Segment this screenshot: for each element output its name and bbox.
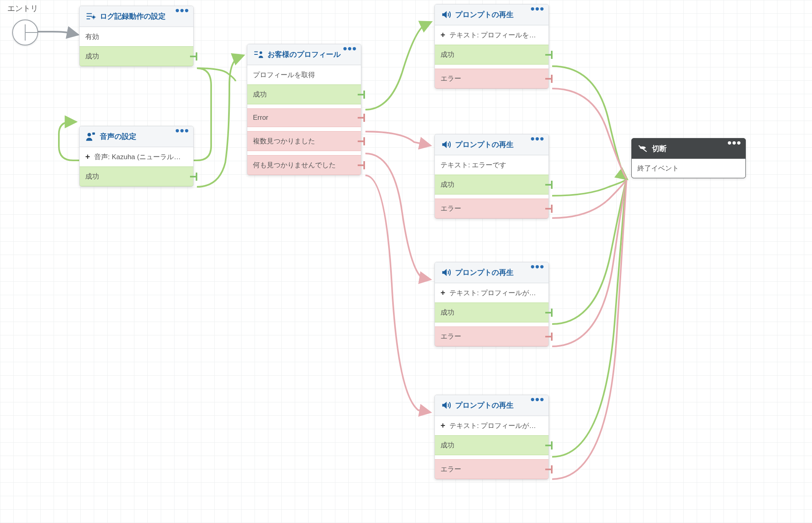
param-row: テキスト: プロフィールが… (435, 283, 549, 303)
profile-list-icon (253, 49, 263, 60)
entry-label: エントリ (7, 3, 38, 14)
block-disconnect[interactable]: ••• 切断 終了イベント (631, 138, 746, 178)
entry-node[interactable] (12, 19, 38, 45)
block-profile[interactable]: ••• お客様のプロフィール プロフィールを取得 成功 Error 複数見つかり… (247, 44, 361, 175)
svg-point-3 (259, 51, 262, 54)
speaker-icon (441, 400, 451, 411)
svg-rect-2 (92, 132, 95, 134)
param-row: 有効 (80, 27, 193, 46)
block-prompt-3[interactable]: ••• プロンプトの再生 テキスト: プロフィールが… 成功 エラー (434, 262, 549, 347)
outcome-success[interactable]: 成功 (80, 46, 193, 66)
outcome-success[interactable]: 成功 (435, 303, 549, 322)
param-row: テキスト: プロフィールが… (435, 416, 549, 435)
block-title: プロンプトの再生 (455, 400, 543, 410)
more-icon[interactable]: ••• (530, 398, 544, 402)
more-icon[interactable]: ••• (343, 47, 357, 51)
more-icon[interactable]: ••• (175, 9, 189, 13)
settings-list-icon (85, 11, 96, 22)
param-row: プロフィールを取得 (247, 65, 361, 84)
block-title: プロンプトの再生 (455, 140, 543, 149)
block-prompt-4[interactable]: ••• プロンプトの再生 テキスト: プロフィールが… 成功 エラー (434, 395, 549, 480)
outcome-success[interactable]: 成功 (435, 45, 549, 65)
block-voice[interactable]: ••• 音声の設定 音声: Kazuha (ニューラル… 成功 (79, 126, 194, 187)
block-title: 音声の設定 (100, 132, 188, 141)
more-icon[interactable]: ••• (175, 129, 189, 133)
outcome-error[interactable]: エラー (435, 199, 549, 218)
param-row: テキスト: エラーです (435, 155, 549, 175)
speaker-icon (441, 139, 451, 150)
svg-point-0 (92, 16, 95, 18)
outcome-error[interactable]: エラー (435, 69, 549, 89)
outcome-error[interactable]: Error (247, 108, 361, 127)
block-title: ログ記録動作の設定 (100, 11, 188, 21)
outcome-multiple[interactable]: 複数見つかりました (247, 131, 361, 151)
more-icon[interactable]: ••• (530, 265, 544, 269)
more-icon[interactable]: ••• (530, 137, 544, 141)
voice-person-icon (85, 131, 96, 142)
outcome-none[interactable]: 何も見つかりませんでした (247, 155, 361, 175)
block-prompt-2[interactable]: ••• プロンプトの再生 テキスト: エラーです 成功 エラー (434, 134, 549, 219)
outcome-success[interactable]: 成功 (435, 435, 549, 455)
block-prompt-1[interactable]: ••• プロンプトの再生 テキスト: プロフィールを… 成功 エラー (434, 4, 549, 89)
speaker-icon (441, 267, 451, 278)
param-row: 終了イベント (632, 159, 745, 178)
param-row: 音声: Kazuha (ニューラル… (80, 147, 193, 166)
flow-canvas[interactable]: エントリ ••• ログ記録動作の設定 有効 成功 ••• 音声の設定 音声: K… (0, 0, 812, 523)
outcome-success[interactable]: 成功 (435, 175, 549, 195)
param-row: テキスト: プロフィールを… (435, 25, 549, 45)
disconnect-icon (637, 143, 648, 154)
outcome-error[interactable]: エラー (435, 326, 549, 346)
block-title: プロンプトの再生 (455, 10, 543, 19)
connection-layer (0, 0, 812, 523)
speaker-icon (441, 9, 451, 20)
outcome-success[interactable]: 成功 (80, 166, 193, 186)
more-icon[interactable]: ••• (727, 141, 741, 145)
block-title: お客様のプロフィール (268, 50, 355, 59)
block-logging[interactable]: ••• ログ記録動作の設定 有効 成功 (79, 6, 194, 67)
block-title: 切断 (652, 144, 740, 153)
outcome-success[interactable]: 成功 (247, 84, 361, 104)
block-title: プロンプトの再生 (455, 268, 543, 277)
svg-point-1 (87, 133, 91, 136)
more-icon[interactable]: ••• (530, 7, 544, 11)
outcome-error[interactable]: エラー (435, 459, 549, 479)
